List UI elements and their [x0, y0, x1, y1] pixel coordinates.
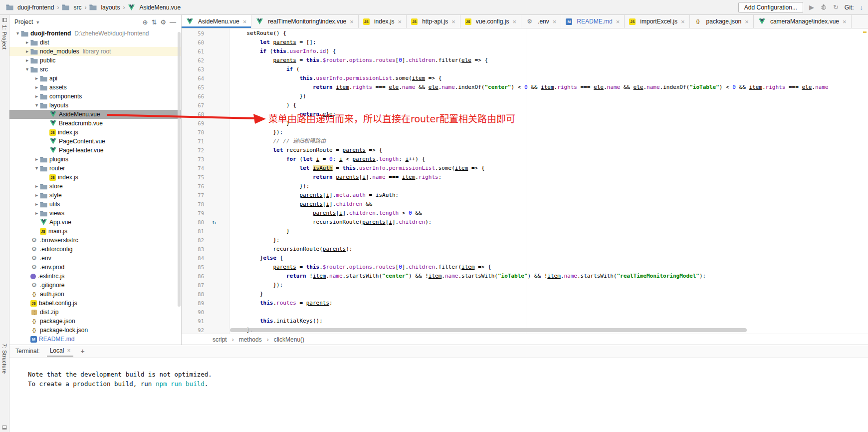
close-icon[interactable]: × — [243, 18, 247, 25]
tree-item[interactable]: JSindex.js — [9, 128, 181, 137]
tree-item[interactable]: ⚙.env.prod — [9, 263, 181, 272]
line-number[interactable]: 64 — [182, 74, 229, 83]
code-line[interactable]: }) — [229, 92, 868, 101]
close-icon[interactable]: × — [843, 18, 847, 25]
line-number[interactable]: 69 — [182, 119, 229, 128]
line-number[interactable]: 74 — [182, 164, 229, 173]
chevron-down-icon[interactable]: ▾ — [36, 19, 39, 25]
line-number[interactable]: 86 — [182, 272, 229, 281]
line-number[interactable]: 66 — [182, 92, 229, 101]
code-line[interactable]: }); — [229, 128, 868, 137]
close-icon[interactable]: × — [512, 18, 516, 25]
chevron-right-icon[interactable]: ▸ — [33, 76, 40, 81]
sync-icon[interactable]: ↻ — [833, 4, 839, 10]
code-line[interactable]: parents = this.$router.options.routes[0]… — [229, 263, 868, 272]
code-line[interactable]: parents[i].meta.auth = isAuth; — [229, 191, 868, 200]
line-number[interactable]: 79 — [182, 209, 229, 218]
line-number[interactable]: 73 — [182, 155, 229, 164]
code-line[interactable]: parents = this.$router.options.routes[0]… — [229, 56, 868, 65]
tree-item[interactable]: ▸store — [9, 182, 181, 191]
line-number[interactable]: 83 — [182, 245, 229, 254]
editor-tab[interactable]: AsideMenu.vue× — [182, 15, 251, 28]
editor-tab[interactable]: JSimportExcel.js× — [625, 15, 689, 28]
chevron-right-icon[interactable]: ▸ — [33, 202, 40, 207]
code-line[interactable]: let recursionRoute = parents => { — [229, 146, 868, 155]
project-tool-window-button[interactable]: 1: Project — [0, 18, 9, 49]
editor-tab[interactable]: {}package.json× — [690, 15, 754, 28]
editor-tab[interactable]: JShttp-api.js× — [407, 15, 460, 28]
code-line[interactable]: let parents = []; — [229, 38, 868, 47]
chevron-down-icon[interactable]: ▾ — [33, 166, 40, 171]
tree-item[interactable]: ▸components — [9, 92, 181, 101]
tree-item[interactable]: ▸style — [9, 191, 181, 200]
tree-item[interactable]: ▸views — [9, 209, 181, 218]
tree-item[interactable]: MREADME.md — [9, 335, 181, 344]
line-number[interactable]: 91 — [182, 317, 229, 326]
code-line[interactable]: parents[i].children && — [229, 200, 868, 209]
code-line[interactable]: recursionRoute(parents[i].children); — [229, 218, 868, 227]
line-number[interactable]: 77 — [182, 191, 229, 200]
code-line[interactable]: this.userInfo.permissionList.some(item =… — [229, 74, 868, 83]
code-line[interactable]: if (this.userInfo.id) { — [229, 47, 868, 56]
close-icon[interactable]: × — [398, 18, 402, 25]
editor[interactable]: 5960616263646566676869707172737475767778… — [182, 28, 868, 334]
code-line[interactable]: setRoute() { — [229, 29, 868, 38]
code-line[interactable]: parents[i].children.length > 0 && — [229, 209, 868, 218]
code-line[interactable] — [229, 308, 868, 317]
editor-breadcrumb-item[interactable]: script — [213, 336, 227, 343]
editor-tab[interactable]: JSindex.js× — [359, 15, 407, 28]
tree-item[interactable]: App.vue — [9, 218, 181, 227]
add-terminal-button[interactable]: + — [80, 347, 84, 355]
tree-item[interactable]: ▸dist — [9, 38, 181, 47]
chevron-right-icon[interactable]: ▸ — [33, 211, 40, 216]
code-line[interactable]: this.initialKeys(); — [229, 317, 868, 326]
tree-item[interactable]: {}package.json — [9, 317, 181, 326]
close-icon[interactable]: × — [350, 18, 354, 25]
settings-icon[interactable]: ⚙ — [160, 19, 166, 25]
debug-icon[interactable] — [820, 3, 827, 11]
horizontal-scrollbar[interactable] — [230, 328, 860, 332]
editor-breadcrumb-item[interactable]: clickMenu() — [274, 336, 304, 343]
editor-tab[interactable]: cameraManage\index.vue× — [754, 15, 852, 28]
line-number[interactable]: 68 — [182, 110, 229, 119]
tree-item[interactable]: JSmain.js — [9, 227, 181, 236]
close-icon[interactable]: × — [745, 18, 749, 25]
editor-tab[interactable]: JSvue.config.js× — [460, 15, 521, 28]
line-number[interactable]: 60 — [182, 38, 229, 47]
line-number[interactable]: 59 — [182, 29, 229, 38]
line-number[interactable]: 72 — [182, 146, 229, 155]
chevron-right-icon[interactable]: ▸ — [33, 184, 40, 189]
tree-item[interactable]: ⚙.editorconfig — [9, 245, 181, 254]
code-line[interactable]: if ( — [229, 65, 868, 74]
close-icon[interactable]: × — [681, 18, 685, 25]
project-panel-title[interactable]: Project — [14, 18, 33, 25]
line-number[interactable]: 75 — [182, 173, 229, 182]
editor-breadcrumb-item[interactable]: methods — [239, 336, 262, 343]
close-icon[interactable]: × — [616, 18, 620, 25]
tree-item[interactable]: ▾router — [9, 164, 181, 173]
line-number[interactable]: 70 — [182, 128, 229, 137]
code-line[interactable]: return item.rights === ele.name && ele.n… — [229, 83, 868, 92]
code-line[interactable]: for (let i = 0; i < parents.length; i++)… — [229, 155, 868, 164]
line-number[interactable]: 65 — [182, 83, 229, 92]
breadcrumb-item[interactable]: duoji-frontend — [5, 4, 55, 11]
editor-tab[interactable]: ⚙.env× — [521, 15, 561, 28]
close-icon[interactable]: × — [553, 18, 557, 25]
code-line[interactable]: }); — [229, 182, 868, 191]
close-icon[interactable]: × — [451, 18, 455, 25]
expand-collapse-icon[interactable]: ⇅ — [151, 19, 157, 25]
structure-tool-window-button[interactable]: 7: Structure — [1, 344, 7, 374]
code-line[interactable]: let isAuth = this.userInfo.permissionLis… — [229, 164, 868, 173]
line-number[interactable]: 87 — [182, 281, 229, 290]
line-number[interactable]: 82 — [182, 236, 229, 245]
tree-item[interactable]: PageHeader.vue — [9, 146, 181, 155]
chevron-down-icon[interactable]: ▾ — [14, 31, 21, 36]
line-number[interactable]: 92 — [182, 326, 229, 334]
code-line[interactable]: } — [229, 227, 868, 236]
tree-item[interactable]: ▸api — [9, 74, 181, 83]
chevron-down-icon[interactable]: ▾ — [24, 67, 30, 72]
line-number[interactable]: 90 — [182, 308, 229, 317]
line-number[interactable]: 76 — [182, 182, 229, 191]
code-line[interactable]: // // 递归权限路由 — [229, 137, 868, 146]
code-line[interactable]: }; — [229, 236, 868, 245]
